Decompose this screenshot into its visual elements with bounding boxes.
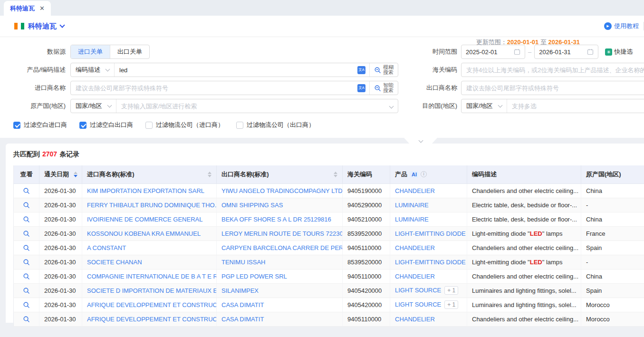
importer-link[interactable]: FERRY THIBAULT BRUNO DOMINIQUE THO... [87, 202, 217, 209]
importer-link[interactable]: AFRIQUE DEVELOPPEMENT ET CONSTRUCT... [87, 316, 217, 323]
checkbox-checked-icon[interactable] [13, 122, 20, 129]
exporter-input[interactable] [461, 81, 644, 95]
view-detail-button[interactable] [14, 226, 39, 241]
col-date[interactable]: 通关日期 [39, 165, 82, 183]
origin-type-select[interactable]: 国家/地区 [71, 102, 116, 110]
fuzzy-search-button[interactable]: 模糊搜索 [370, 65, 398, 75]
country-selector[interactable]: 科特迪瓦 [14, 22, 64, 31]
product-link[interactable]: LUMINAIRE [395, 216, 429, 223]
exporter-link[interactable]: OMNI SHIPPING SAS [221, 202, 283, 209]
hs-code-input[interactable] [461, 63, 644, 77]
filter-checkbox[interactable]: 过滤物流公司（进口商） [145, 121, 224, 129]
product-field-select[interactable]: 编码描述 [71, 66, 114, 74]
product-search-input[interactable] [115, 67, 354, 74]
sort-icon[interactable] [74, 172, 77, 177]
table-row: 2026-01-30COMPAGNIE INTERNATIONALE DE B … [14, 269, 644, 283]
checkbox-checked-icon[interactable] [79, 122, 87, 129]
exporter-label: 出口商名称 [398, 84, 461, 92]
exporter-link[interactable]: SILANIMPEX [221, 287, 259, 294]
product-link[interactable]: CHANDELIER [395, 273, 435, 280]
cell-hs-code: 9405420000 [343, 298, 390, 312]
quick-select-button[interactable]: ✳ 快捷选 [605, 48, 633, 56]
cell-exporter: CARPYEN BARCELONA CARRER DE PERE IV [217, 241, 343, 255]
product-link[interactable]: LIGHT SOURCE [395, 301, 441, 308]
exporter-link[interactable]: TENIMU ISSAH [221, 259, 265, 266]
cell-hs-code: 9405210000 [343, 212, 390, 226]
chevron-down-icon [498, 103, 502, 108]
more-products-badge[interactable]: + 1 [444, 300, 458, 309]
filter-checkbox[interactable]: 过滤物流公司（出口商） [236, 121, 315, 129]
product-link[interactable]: CHANDELIER [395, 244, 435, 251]
view-detail-button[interactable] [14, 255, 39, 269]
exporter-link[interactable]: BEKA OFF SHORE S A L DR 25129816 [221, 216, 331, 223]
table-row: 2026-01-30KOSSONOU KOBENA KRA EMMANUELLE… [14, 226, 644, 241]
importer-input[interactable] [71, 85, 354, 92]
col-exporter[interactable]: 出口商名称(标准) [217, 165, 343, 183]
close-icon[interactable]: ✕ [39, 5, 45, 12]
product-link[interactable]: LIGHT-EMITTING DIODE [395, 259, 466, 266]
importer-link[interactable]: A CONSTANT [87, 244, 126, 251]
data-source-option[interactable]: 进口关单 [71, 45, 110, 58]
sort-icon[interactable] [208, 172, 211, 177]
date-from-input[interactable]: 2025-02-01 [461, 45, 525, 59]
cell-exporter: BEKA OFF SHORE S A L DR 25129816 [217, 212, 343, 226]
smart-search-button[interactable]: 智能搜索 [370, 83, 398, 93]
table-row: 2026-01-30AFRIQUE DEVELOPPEMENT ET CONST… [14, 298, 644, 312]
data-source-option[interactable]: 出口关单 [110, 45, 149, 58]
destination-type-select[interactable]: 国家/地区 [461, 102, 507, 110]
tab-cote-divoire[interactable]: 科特迪瓦 ✕ [4, 1, 51, 16]
origin-input[interactable] [116, 103, 385, 110]
exporter-link[interactable]: CASA DIMATIT [221, 301, 264, 308]
view-detail-button[interactable] [14, 212, 39, 226]
view-detail-button[interactable] [14, 183, 39, 198]
exporter-link[interactable]: LEROY MERLIN ROUTE DE TOURS 72230 M [221, 230, 343, 237]
exporter-link[interactable]: PGP LED POWER SRL [221, 273, 287, 280]
cell-product: LIGHT-EMITTING DIODE [390, 226, 467, 241]
view-detail-button[interactable] [14, 198, 39, 212]
importer-link[interactable]: KIM IMPORTATION EXPORTATION SARL [87, 187, 204, 194]
filter-checkbox[interactable]: 过滤空白出口商 [79, 121, 133, 129]
importer-link[interactable]: IVOIRIENNE DE COMMERCE GENERAL [87, 216, 202, 223]
summary-prefix: 共匹配到 [13, 150, 40, 158]
cell-product: CHANDELIER [390, 241, 467, 255]
exporter-link[interactable]: YIWU ANGELO TRADINGCOMPAGNY LTD [221, 187, 343, 194]
exporter-link[interactable]: CARPYEN BARCELONA CARRER DE PERE IV [221, 244, 343, 251]
view-detail-icon [23, 301, 30, 308]
sort-icon[interactable] [334, 172, 337, 177]
product-link[interactable]: CHANDELIER [395, 187, 435, 194]
checkbox-unchecked-icon[interactable] [236, 122, 243, 129]
view-detail-icon [23, 273, 30, 280]
importer-link[interactable]: SOCIETE D IMPORTATION DE MATERIAUX E... [87, 287, 217, 294]
info-icon[interactable]: i [421, 171, 427, 177]
view-detail-button[interactable] [14, 241, 39, 255]
tutorial-button[interactable]: ▶ 使用教程 [604, 22, 639, 30]
product-link[interactable]: LIGHT-EMITTING DIODE [395, 230, 466, 237]
importer-link[interactable]: KOSSONOU KOBENA KRA EMMANUEL [87, 230, 201, 237]
results-summary: 共匹配到2707条记录 [13, 150, 644, 159]
importer-link[interactable]: AFRIQUE DEVELOPPEMENT ET CONSTRUCT... [87, 301, 217, 308]
chevron-down-icon[interactable] [389, 104, 394, 108]
view-detail-button[interactable] [14, 283, 39, 298]
translate-icon[interactable]: 文A [357, 84, 365, 92]
cell-exporter: LEROY MERLIN ROUTE DE TOURS 72230 M [217, 226, 343, 241]
product-link[interactable]: CHANDELIER [395, 316, 435, 323]
view-detail-button[interactable] [14, 312, 39, 326]
filter-checkbox[interactable]: 过滤空白进口商 [13, 121, 67, 129]
col-view: 查看 [14, 165, 39, 183]
date-separator: – [528, 48, 531, 56]
date-to-input[interactable]: 2026-01-31 [534, 45, 598, 59]
destination-input[interactable] [507, 103, 644, 110]
importer-link[interactable]: COMPAGNIE INTERNATIONALE DE B A T E R [87, 273, 217, 280]
importer-link[interactable]: SOCIETE CHANAN [87, 259, 142, 266]
col-importer[interactable]: 进口商名称(标准) [82, 165, 217, 183]
table-row: 2026-01-30KIM IMPORTATION EXPORTATION SA… [14, 183, 644, 198]
product-link[interactable]: LIGHT SOURCE [395, 287, 441, 294]
more-products-badge[interactable]: + 1 [444, 286, 458, 295]
exporter-link[interactable]: CASA DIMATIT [221, 316, 264, 323]
view-detail-button[interactable] [14, 269, 39, 283]
translate-icon[interactable]: 文A [357, 66, 365, 74]
checkbox-unchecked-icon[interactable] [145, 122, 153, 129]
col-description: 编码描述 [467, 165, 581, 183]
product-link[interactable]: LUMINAIRE [395, 202, 429, 209]
view-detail-button[interactable] [14, 298, 39, 312]
